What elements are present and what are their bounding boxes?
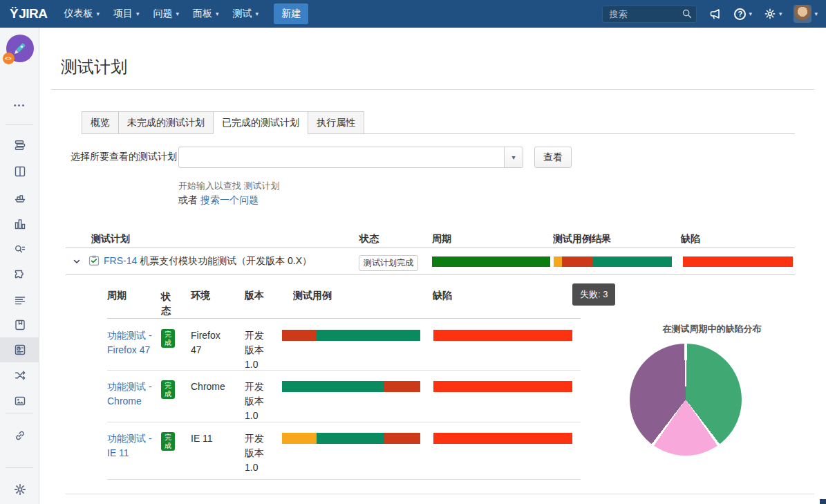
create-button[interactable]: 新建 bbox=[274, 3, 308, 24]
nav-boards-label: 面板 bbox=[193, 8, 212, 20]
tab-completed-test-plans[interactable]: 已完成的测试计划 bbox=[213, 111, 308, 134]
search-list-icon bbox=[13, 243, 27, 256]
testplan-select-label: 选择所要查看的测试计划 bbox=[66, 149, 177, 164]
search-icon[interactable] bbox=[682, 8, 693, 19]
sidebar-item-addons[interactable] bbox=[0, 263, 39, 288]
project-sidebar: <> ••• bbox=[0, 28, 39, 504]
nav-tests-label: 测试 bbox=[233, 8, 252, 20]
testplan-select-input[interactable] bbox=[179, 147, 504, 167]
cases-progress-bar[interactable] bbox=[282, 330, 420, 341]
chevron-down-icon: ▾ bbox=[96, 10, 100, 17]
row-divider bbox=[66, 274, 795, 275]
nav-issues[interactable]: 问题 ▾ bbox=[147, 0, 187, 28]
cycle-status-badge: 完成 bbox=[161, 329, 175, 348]
subtable-header-divider bbox=[107, 318, 581, 319]
col-header-status: 状态 bbox=[359, 233, 379, 245]
sidebar-item-pages[interactable] bbox=[0, 312, 39, 337]
defect-distribution-pie-chart[interactable] bbox=[630, 344, 742, 456]
sidebar-item-backlog[interactable] bbox=[0, 133, 39, 158]
col-header-results: 测试用例结果 bbox=[553, 233, 611, 245]
nav-tests[interactable]: 测试 ▾ bbox=[226, 0, 266, 28]
cycle-environment: IE 11 bbox=[191, 431, 234, 446]
project-badge-icon: <> bbox=[3, 53, 15, 64]
shuffle-icon bbox=[13, 368, 27, 382]
defects-progress-bar[interactable] bbox=[433, 381, 572, 392]
sidebar-item-components[interactable] bbox=[0, 288, 39, 313]
jira-logo-text: JIRA bbox=[19, 6, 47, 21]
sidebar-item-shortcut-link[interactable] bbox=[0, 423, 39, 448]
cycle-environment: Chrome bbox=[191, 380, 234, 394]
or-prefix: 或者 bbox=[178, 194, 198, 205]
col-header-cycle: 周期 bbox=[432, 233, 451, 245]
board-columns-icon bbox=[13, 165, 27, 178]
results-progress-bar[interactable] bbox=[554, 256, 672, 267]
test-plan-title-line: FRS-14 机票支付模块功能测试（开发版本 0.X） bbox=[104, 255, 312, 268]
sidebar-divider bbox=[6, 413, 33, 413]
cycle-status-text: 完成 bbox=[165, 330, 172, 347]
chevron-down-icon: ▾ bbox=[216, 10, 219, 17]
sidebar-item-reports[interactable] bbox=[0, 212, 39, 236]
nav-projects-label: 项目 bbox=[113, 8, 133, 20]
sidebar-item-releases[interactable] bbox=[0, 185, 39, 210]
cycle-link[interactable]: 功能测试 - IE 11 bbox=[107, 431, 157, 460]
tab-bar: 概览 未完成的测试计划 已完成的测试计划 执行属性 bbox=[82, 111, 795, 134]
subtable-row-divider bbox=[107, 422, 581, 422]
cycle-link[interactable]: 功能测试 - Firefox 47 bbox=[107, 328, 157, 357]
main-content: 测试计划 概览 未完成的测试计划 已完成的测试计划 执行属性 选择所要查看的测试… bbox=[39, 0, 826, 504]
cycle-progress-bar[interactable] bbox=[432, 256, 550, 267]
admin-settings-menu[interactable]: ▾ bbox=[764, 8, 782, 20]
nav-dashboards[interactable]: 仪表板 ▾ bbox=[57, 0, 106, 28]
user-menu[interactable]: ▾ bbox=[794, 5, 818, 23]
cycle-link[interactable]: 功能测试 - Chrome bbox=[107, 380, 157, 409]
sidebar-item-test-reports[interactable] bbox=[0, 337, 39, 362]
cases-progress-bar[interactable] bbox=[282, 433, 420, 444]
project-avatar[interactable]: <> bbox=[6, 35, 34, 62]
cycle-version: 开发版本 1.0 bbox=[245, 431, 272, 475]
defects-progress-bar[interactable] bbox=[433, 433, 572, 444]
row-expand-toggle[interactable] bbox=[73, 257, 81, 265]
defects-progress-bar[interactable] bbox=[683, 256, 793, 267]
or-search-line: 或者 搜索一个问题 bbox=[178, 194, 259, 207]
cycle-status-badge: 完成 bbox=[161, 380, 175, 399]
gear-icon bbox=[13, 483, 27, 496]
search-issue-link[interactable]: 搜索一个问题 bbox=[200, 194, 259, 205]
chevron-down-icon bbox=[73, 257, 81, 265]
test-report-icon bbox=[13, 343, 27, 357]
sidebar-item-board[interactable] bbox=[0, 159, 39, 184]
feedback-megaphone-icon[interactable] bbox=[708, 7, 722, 21]
help-menu[interactable]: ? ▾ bbox=[734, 8, 752, 20]
defects-progress-bar[interactable] bbox=[433, 330, 572, 341]
quick-search bbox=[602, 6, 697, 23]
select-dropdown-button[interactable]: ▾ bbox=[504, 147, 523, 167]
tab-incomplete-test-plans[interactable]: 未完成的测试计划 bbox=[118, 111, 213, 134]
jira-logo[interactable]: Ÿ JIRA bbox=[10, 6, 47, 21]
nav-boards[interactable]: 面板 ▾ bbox=[186, 0, 226, 28]
hover-tooltip: 失败: 3 bbox=[572, 283, 615, 306]
user-avatar bbox=[794, 5, 811, 23]
tab-overview[interactable]: 概览 bbox=[82, 111, 118, 134]
sidebar-item-issues-search[interactable] bbox=[0, 237, 39, 262]
nav-issues-label: 问题 bbox=[153, 8, 173, 20]
view-button[interactable]: 查看 bbox=[534, 147, 572, 168]
sidebar-item-settings[interactable] bbox=[0, 477, 39, 502]
cycle-version: 开发版本 1.0 bbox=[245, 328, 272, 372]
sidebar-item-media[interactable] bbox=[0, 389, 39, 413]
subcol-header-version: 版本 bbox=[245, 290, 264, 302]
page-title: 测试计划 bbox=[61, 56, 127, 78]
test-plan-key-link[interactable]: FRS-14 bbox=[104, 255, 137, 266]
nav-projects[interactable]: 项目 ▾ bbox=[106, 0, 147, 28]
text-lines-icon bbox=[13, 294, 27, 308]
footer-logo-fragment bbox=[820, 499, 826, 504]
cases-progress-bar[interactable] bbox=[282, 381, 420, 392]
tab-execution-attributes[interactable]: 执行属性 bbox=[308, 111, 364, 134]
testplan-select: ▾ bbox=[178, 147, 523, 168]
sidebar-item-shuffle[interactable] bbox=[0, 363, 39, 388]
jira-logo-icon: Ÿ bbox=[10, 6, 18, 21]
nav-dashboards-label: 仪表板 bbox=[64, 8, 93, 20]
subcol-header-defects: 缺陷 bbox=[433, 290, 452, 302]
rocket-icon bbox=[12, 41, 28, 56]
ship-icon bbox=[13, 191, 27, 205]
title-divider bbox=[51, 89, 814, 90]
subcol-header-cycle: 周期 bbox=[107, 290, 126, 302]
sidebar-more-button[interactable]: ••• bbox=[14, 101, 26, 109]
